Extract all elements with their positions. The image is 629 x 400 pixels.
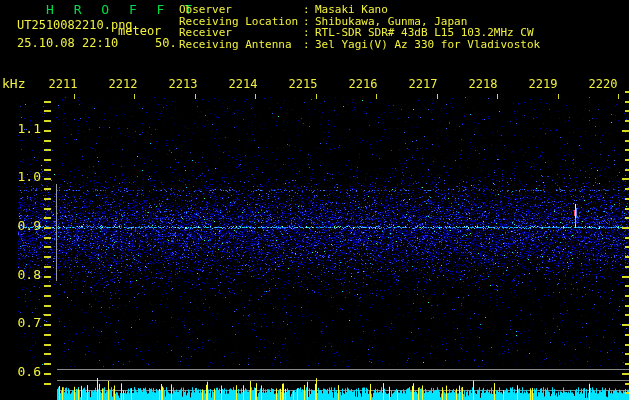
time-label: 2213 bbox=[163, 78, 203, 91]
time-label: 2214 bbox=[223, 78, 263, 91]
info-row: Receiving Antenna:3el Yagi(V) Az 330 for… bbox=[179, 39, 540, 51]
time-label: 2216 bbox=[343, 78, 383, 91]
freq-unit-label: kHz bbox=[2, 77, 25, 91]
info-colon: : bbox=[303, 4, 315, 16]
info-label: Observer bbox=[179, 4, 303, 16]
time-label: 2212 bbox=[103, 78, 143, 91]
app-title: H R O F F T bbox=[46, 3, 198, 17]
noise-figure: 50. bbox=[155, 37, 177, 50]
spectrogram-canvas bbox=[0, 0, 629, 400]
time-label: 2220 bbox=[583, 78, 623, 91]
freq-label: 0.6 bbox=[2, 365, 41, 379]
freq-label: 0.7 bbox=[2, 316, 41, 330]
time-label: 2211 bbox=[43, 78, 83, 91]
info-label: Receiving Antenna bbox=[179, 39, 303, 51]
info-colon: : bbox=[303, 27, 315, 39]
info-label: Receiver bbox=[179, 27, 303, 39]
freq-label: 1.1 bbox=[2, 122, 41, 136]
freq-label: 1.0 bbox=[2, 170, 41, 184]
freq-label: 0.8 bbox=[2, 268, 41, 282]
info-value: 3el Yagi(V) Az 330 for Vladivostok bbox=[315, 38, 540, 51]
station-info: Observer:Masaki KanoReceiving Location:S… bbox=[179, 4, 540, 50]
time-label: 2219 bbox=[523, 78, 563, 91]
datetime-label: 25.10.08 22:10 bbox=[17, 37, 118, 50]
hrofft-screen: H R O F F T UT2510082210.png meteor 25.1… bbox=[0, 0, 629, 400]
filename-label: UT2510082210.png bbox=[17, 19, 133, 32]
freq-label: 0.9 bbox=[2, 219, 41, 233]
time-label: 2218 bbox=[463, 78, 503, 91]
time-label: 2215 bbox=[283, 78, 323, 91]
time-label: 2217 bbox=[403, 78, 443, 91]
info-colon: : bbox=[303, 39, 315, 51]
